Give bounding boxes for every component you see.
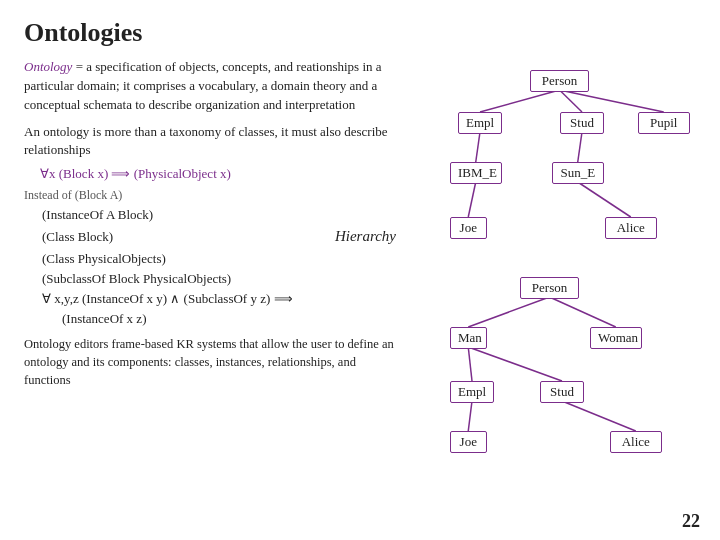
indent-line-1: (InstanceOf A Block): [42, 205, 396, 225]
right-column: PersonEmplStudPupilIBM_ESun_EJoeAlice Pe…: [406, 58, 696, 469]
svg-line-9: [468, 347, 472, 381]
definition-rest: = a specification of objects, concepts, …: [24, 59, 382, 112]
svg-line-12: [562, 401, 636, 431]
tree-node-man: Man: [450, 327, 487, 349]
svg-line-1: [560, 90, 583, 112]
svg-line-4: [578, 132, 582, 162]
svg-line-6: [578, 182, 631, 217]
tree-node-empl: Empl: [458, 112, 502, 134]
tree-node-joe2: Joe: [450, 431, 487, 453]
svg-line-8: [550, 297, 616, 327]
page: Ontologies Ontology = a specification of…: [0, 0, 720, 540]
tree-node-person2: Person: [520, 277, 579, 299]
svg-line-7: [468, 297, 549, 327]
svg-line-11: [468, 401, 472, 431]
tree-node-joe: Joe: [450, 217, 487, 239]
instead-text: Instead of (Block A): [24, 188, 396, 203]
tree-node-sun_e: Sun_E: [552, 162, 604, 184]
tree-node-stud2: Stud: [540, 381, 584, 403]
page-number: 22: [682, 511, 700, 532]
tree-node-alice2: Alice: [610, 431, 662, 453]
indent-line-5: ∀ x,y,z (InstanceOf x y) ∧ (SubclassOf y…: [42, 289, 396, 309]
tree-diagram-1: PersonEmplStudPupilIBM_ESun_EJoeAlice: [410, 62, 690, 257]
left-column: Ontology = a specification of objects, c…: [24, 58, 406, 469]
svg-line-0: [480, 90, 560, 112]
tree-diagram-2: PersonManWomanEmplStudJoeAlice: [410, 269, 690, 469]
svg-line-2: [560, 90, 664, 112]
tree-node-woman: Woman: [590, 327, 642, 349]
definition-paragraph: Ontology = a specification of objects, c…: [24, 58, 396, 115]
forall-formula: ∀x (Block x) ⟹ (PhysicalObject x): [40, 166, 396, 182]
svg-line-10: [468, 347, 562, 381]
indent-line-4: (SubclassOf Block PhysicalObjects): [42, 269, 396, 289]
tree-node-stud: Stud: [560, 112, 604, 134]
content-area: Ontology = a specification of objects, c…: [24, 58, 696, 469]
tree-node-alice: Alice: [605, 217, 657, 239]
bottom-paragraph: Ontology editors frame-based KR systems …: [24, 335, 396, 389]
tree-node-pupil: Pupil: [638, 112, 690, 134]
indent-block: (InstanceOf A Block) (Class Block) Hiera…: [42, 205, 396, 329]
ontology-word: Ontology: [24, 59, 72, 74]
indent-line-3: (Class PhysicalObjects): [42, 249, 396, 269]
tree-node-empl2: Empl: [450, 381, 494, 403]
hierarchy-label: Hierarchy: [335, 225, 396, 248]
page-title: Ontologies: [24, 18, 696, 48]
indent-line-6: (InstanceOf x z): [62, 309, 396, 329]
svg-line-3: [476, 132, 480, 162]
tree-node-ibm_e: IBM_E: [450, 162, 502, 184]
more-paragraph: An ontology is more than a taxonomy of c…: [24, 123, 396, 161]
tree-node-person: Person: [530, 70, 589, 92]
indent-line-2-hierarchy: (Class Block) Hierarchy: [42, 225, 396, 248]
indent-line-2: (Class Block): [42, 227, 113, 247]
svg-line-5: [468, 182, 476, 217]
